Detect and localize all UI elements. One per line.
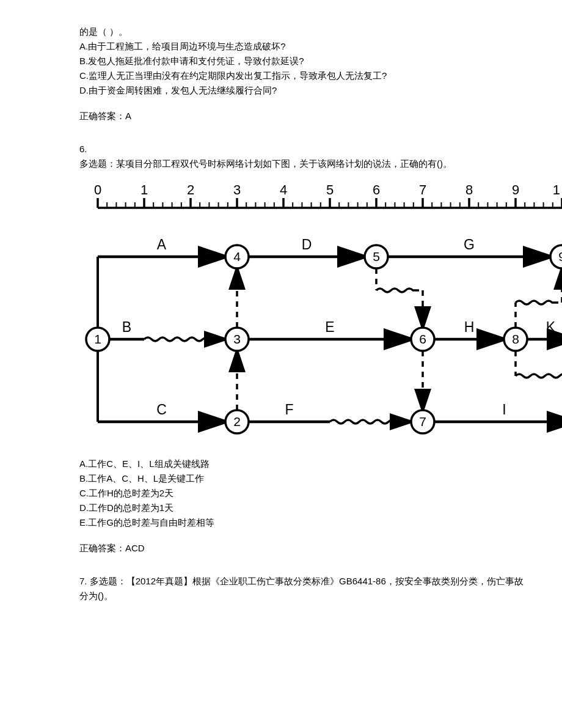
q5-stem-tail: 的是（ ）。 xyxy=(79,24,525,39)
svg-text:6: 6 xyxy=(373,182,380,197)
q6-option-b: B.工作A、C、H、L是关键工作 xyxy=(79,471,525,486)
svg-text:G: G xyxy=(464,237,475,252)
svg-text:6: 6 xyxy=(419,332,426,346)
svg-text:F: F xyxy=(285,402,293,417)
q6-number: 6. xyxy=(79,142,525,156)
q6-stem: 多选题：某项目分部工程双代号时标网络计划如下图，关于该网络计划的说法，正确的有(… xyxy=(79,156,525,171)
svg-text:5: 5 xyxy=(373,249,380,263)
svg-text:7: 7 xyxy=(419,182,426,197)
svg-text:5: 5 xyxy=(326,182,334,197)
network-diagram: 01234567891 0 ABCDEFGHIK123456789 xyxy=(79,177,562,444)
svg-text:1: 1 xyxy=(94,332,101,346)
q6-option-a: A.工作C、E、I、L组成关键线路 xyxy=(79,457,525,471)
svg-text:0: 0 xyxy=(94,182,101,197)
svg-text:E: E xyxy=(325,319,334,335)
q5-option-b: B.发包人拖延批准付款申请和支付凭证，导致付款延误? xyxy=(79,54,525,68)
svg-text:4: 4 xyxy=(280,182,287,197)
svg-text:1: 1 xyxy=(140,182,148,197)
svg-text:A: A xyxy=(157,237,167,252)
time-scale: 01234567891 0 xyxy=(94,182,562,208)
q5-answer: 正确答案：A xyxy=(79,109,525,123)
svg-text:2: 2 xyxy=(187,182,194,197)
q6-answer: 正确答案：ACD xyxy=(79,541,525,556)
q5-option-d: D.由于资金周转困难，发包人无法继续履行合同? xyxy=(79,83,525,98)
svg-text:H: H xyxy=(464,319,475,335)
svg-text:I: I xyxy=(502,402,506,417)
q5-option-a: A.由于工程施工，给项目周边环境与生态造成破坏? xyxy=(79,39,525,54)
svg-text:2: 2 xyxy=(233,414,241,428)
svg-text:K: K xyxy=(546,319,556,335)
svg-text:3: 3 xyxy=(233,332,241,346)
svg-text:C: C xyxy=(156,402,167,417)
svg-text:B: B xyxy=(122,319,131,335)
question-6: 6. 多选题：某项目分部工程双代号时标网络计划如下图，关于该网络计划的说法，正确… xyxy=(79,142,525,556)
svg-text:9: 9 xyxy=(558,249,562,263)
svg-text:1 0: 1 0 xyxy=(553,182,562,197)
svg-text:7: 7 xyxy=(419,414,426,428)
svg-text:4: 4 xyxy=(233,249,241,263)
question-5-tail: 的是（ ）。 A.由于工程施工，给项目周边环境与生态造成破坏? B.发包人拖延批… xyxy=(79,24,525,123)
svg-text:3: 3 xyxy=(233,182,241,197)
q5-option-c: C.监理人无正当理由没有在约定期限内发出复工指示，导致承包人无法复工? xyxy=(79,68,525,83)
q6-option-d: D.工作D的总时差为1天 xyxy=(79,501,525,515)
q6-option-c: C.工作H的总时差为2天 xyxy=(79,486,525,501)
svg-text:D: D xyxy=(302,237,312,252)
svg-text:9: 9 xyxy=(512,182,519,197)
q6-option-e: E.工作G的总时差与自由时差相等 xyxy=(79,515,525,530)
question-7: 7. 多选题：【2012年真题】根据《企业职工伤亡事故分类标准》GB6441-8… xyxy=(79,574,525,603)
network-svg: 01234567891 0 ABCDEFGHIK123456789 xyxy=(79,177,562,440)
q7-stem: 7. 多选题：【2012年真题】根据《企业职工伤亡事故分类标准》GB6441-8… xyxy=(79,574,525,603)
svg-text:8: 8 xyxy=(512,332,519,346)
svg-text:8: 8 xyxy=(465,182,473,197)
network-body: ABCDEFGHIK123456789 xyxy=(86,237,562,433)
